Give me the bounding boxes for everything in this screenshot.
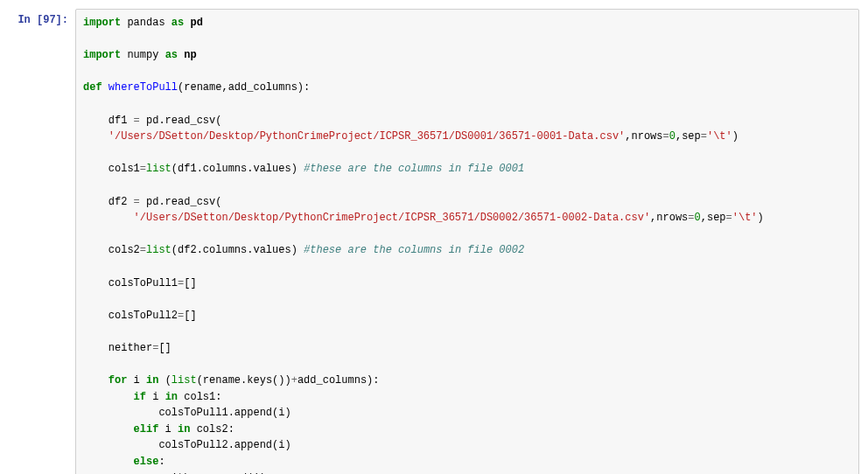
code-content[interactable]: import pandas as pd import numpy as np d… bbox=[83, 15, 851, 474]
notebook-cell: In [97]: import pandas as pd import nump… bbox=[9, 9, 859, 474]
input-prompt: In [97]: bbox=[9, 9, 75, 26]
code-input-area[interactable]: import pandas as pd import numpy as np d… bbox=[75, 9, 859, 474]
